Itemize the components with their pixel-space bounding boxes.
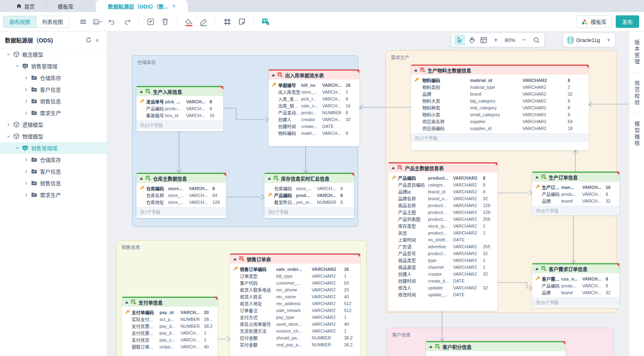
sidebar-item-客户信息[interactable]: 客户信息 [0, 165, 107, 177]
zoom-out-icon[interactable]: − [518, 34, 530, 46]
field-row[interactable]: 产品编码produ...VARCH...8 [532, 191, 619, 197]
field-row[interactable]: 产品类目编码categor...VARCHAR28 [388, 181, 497, 188]
field-row[interactable]: 支付优惠...pay_d...VARCH...1 [122, 329, 218, 336]
entity-table-客户积分信息[interactable]: 客户积分信息 [426, 341, 565, 356]
table-header[interactable]: 客户积分信息 [426, 341, 565, 351]
field-row[interactable]: 实际支付...act_p...NUMBER38... [122, 316, 218, 322]
field-row[interactable]: 品牌brandVARCHAR232 [411, 90, 589, 97]
sidebar-item-仓储库存[interactable]: 仓储库存 [0, 72, 107, 84]
collapse-caret-icon[interactable] [392, 167, 395, 169]
database-selector[interactable]: Oracle11g ▼ [563, 33, 615, 47]
field-row[interactable]: 截至昨日...yes_st...NUMBER8 [264, 199, 354, 205]
field-row[interactable]: 仓库编码store...VARCH...8 [136, 185, 226, 192]
undo-icon[interactable] [106, 16, 118, 28]
tab-close-icon[interactable]: × [172, 3, 176, 9]
table-header[interactable]: 支付单信息 [122, 297, 218, 307]
field-row[interactable]: 产品变动...produ...NUMBER8 [269, 109, 359, 116]
field-row[interactable]: 品牌brandVARCH...32 [532, 289, 619, 296]
collapse-caret-icon[interactable] [233, 258, 237, 260]
field-row[interactable]: 创建人creatorVARCHAR232 [388, 270, 497, 277]
field-row[interactable]: 产品编码produ...VARCH...8 [136, 105, 223, 112]
table-header[interactable]: 销售订单表 [230, 253, 360, 264]
field-row[interactable]: 单据编号bill_noVARCH...16 [269, 82, 359, 88]
field-row[interactable]: 产品型号product...VARCHAR232 [388, 250, 497, 257]
field-row[interactable]: 入库_发运...pick_t...VARCH...8 [269, 95, 359, 102]
line-color-icon[interactable] [197, 16, 210, 28]
entity-table-库存信息实时汇总信息[interactable]: 库存信息实时汇总信息仓库编码store_...VARCH...8产品编码prod… [264, 173, 354, 218]
collapse-caret-icon[interactable] [268, 177, 271, 180]
field-row[interactable]: 支付方式pay_typeVARCHAR21 [230, 314, 360, 320]
sidebar-item-需求生产[interactable]: 需求生产 [0, 107, 107, 119]
field-row[interactable]: 物料编码matirial_idVARCHAR28 [411, 77, 589, 84]
field-row[interactable]: 产品编码prod...VARCH...8 [264, 192, 354, 199]
field-row[interactable]: 供应商名称supplierVARCHAR264 [411, 118, 589, 125]
field-row[interactable]: 品牌brandVARCH...32 [532, 197, 619, 204]
field-row[interactable]: 商品渠道channelVARCHAR21 [388, 264, 497, 270]
field-row[interactable]: 出入库类型store_...VARCH...1 [269, 88, 359, 95]
field-row[interactable]: 产品编码produ...VARCH...8 [532, 282, 619, 289]
sidebar-item-仓储库存[interactable]: 仓储库存 [0, 154, 107, 165]
table-header[interactable]: 生产物料主数据信息 [411, 65, 589, 75]
save-icon[interactable] [92, 16, 104, 28]
field-row[interactable]: 物料编码matiri...VARCH...8 [269, 130, 359, 136]
field-row[interactable]: 状态product...VARCHAR21 [388, 229, 497, 236]
entity-table-产品主数据信息表[interactable]: 产品主数据信息表产品编码product...VARCHAR28产品类目编码cat… [388, 162, 497, 311]
sidebar-item-客户信息[interactable]: 客户信息 [0, 84, 107, 95]
table-header[interactable]: 仓库主数据信息 [136, 173, 226, 183]
sidebar-item-逻辑模型[interactable]: 逻辑模型 [0, 119, 107, 130]
field-row[interactable]: 上架时间on_shelf...DATE [388, 236, 497, 243]
note-icon[interactable] [236, 16, 248, 28]
field-row[interactable]: 创建时间create...DATE [269, 123, 359, 130]
table-config-icon[interactable] [260, 16, 272, 28]
entity-table-出入库单据流水表[interactable]: 出入库单据流水表单据编号bill_noVARCH...16出入库类型store_… [269, 69, 359, 146]
field-row[interactable]: 仓库编码store_...VARCH...8 [264, 185, 354, 192]
field-row[interactable]: 集装箱号box_idVARCH...16 [136, 112, 223, 119]
field-row[interactable]: 修改时间update_...DATE [388, 291, 497, 298]
field-row[interactable]: 客户代码customer_...VARCHAR250 [230, 279, 360, 286]
frame-icon[interactable] [221, 16, 233, 28]
collapse-sidebar-icon[interactable]: « [93, 36, 102, 44]
sidebar-item-物理模型[interactable]: 物理模型 [0, 130, 107, 142]
field-row[interactable]: 仓库名称store_...VARCH...64 [136, 192, 226, 199]
right-panel-item-版本管理[interactable]: 版本管理 [633, 37, 641, 68]
field-row[interactable]: 订单备注sale_remarkVARCHAR2512 [230, 307, 360, 314]
field-row[interactable]: 物料大类big_categoryVARCHAR28 [411, 97, 589, 104]
field-row[interactable]: 创建时间create_ti...DATE [388, 277, 497, 284]
table-header[interactable]: 客户需求订单信息 [532, 263, 619, 273]
field-row[interactable]: 收货人联系电话rec_phoneVARCHAR220 [230, 286, 360, 293]
field-row[interactable]: 销售订单编码sale_order...VARCHAR216 [230, 266, 360, 272]
select-cursor-icon[interactable] [454, 34, 465, 46]
edit-icon[interactable] [145, 16, 157, 28]
sidebar-item-销售管理域[interactable]: 销售管理域 [0, 60, 107, 72]
field-row[interactable]: 支付状态pay_s...VARCH...1 [122, 336, 218, 343]
entity-table-销售订单表[interactable]: 销售订单表销售订单编码sale_order...VARCHAR216订单类型bi… [230, 253, 360, 356]
field-row[interactable]: 品牌idbrand_idVARCHAR28 [388, 188, 497, 195]
field-row[interactable]: 产品主图product...VARCHAR2128 [388, 209, 497, 216]
home-button[interactable]: 首页 [16, 2, 35, 10]
field-row[interactable]: 无货处理方法nostore_ch...VARCHAR21 [230, 327, 360, 334]
field-row[interactable]: 供应商编码supplier_idVARCHAR218 [411, 125, 589, 132]
table-header[interactable]: 出入库单据流水表 [269, 69, 359, 80]
field-row[interactable]: 库存占用单据号used_store...VARCHAR240 [230, 320, 360, 327]
field-row[interactable]: 品牌名称brand_n...VARCHAR232 [388, 195, 497, 202]
field-row[interactable]: 收货人地址rec_addressVARCHAR2512 [230, 300, 360, 307]
field-row[interactable]: 客户需求...cus_n...VARCH...8 [532, 275, 619, 282]
field-row[interactable]: 修改人updaterVARCHAR232 [388, 284, 497, 291]
layout-panel-icon[interactable] [478, 34, 489, 46]
entity-table-生产物料主数据信息[interactable]: 生产物料主数据信息物料编码matirial_idVARCHAR28物料类别mat… [411, 65, 589, 150]
field-row[interactable]: 仓库地址store_...VARCH...128 [136, 199, 226, 205]
field-row[interactable]: 订单类型bill_typeVARCHAR21 [230, 272, 360, 279]
entity-table-仓库主数据信息[interactable]: 仓库主数据信息仓库编码store...VARCH...8仓库名称store_..… [136, 173, 226, 218]
collapse-caret-icon[interactable] [125, 301, 128, 304]
menu-icon[interactable] [77, 16, 89, 28]
field-row[interactable]: 应付金额should_pa...NUMBER38,2 [230, 334, 360, 341]
field-row[interactable]: 收货人姓名rec_nameVARCHAR240 [230, 293, 360, 300]
table-header[interactable]: 产品主数据信息表 [388, 162, 497, 172]
field-row[interactable]: 产品编码product...VARCHAR28 [388, 174, 497, 181]
template-library-button[interactable]: 模板库 [576, 15, 612, 28]
field-row[interactable]: 支付单编码pay_idVARCH...20 [122, 309, 218, 316]
table-header[interactable]: 生产入库信息 [136, 86, 223, 96]
collapse-caret-icon[interactable] [535, 176, 539, 178]
field-row[interactable]: 物料类别matirial_typeVARCHAR22 [411, 84, 589, 90]
field-row[interactable]: 库存类型stock_ty...VARCHAR21 [388, 222, 497, 229]
